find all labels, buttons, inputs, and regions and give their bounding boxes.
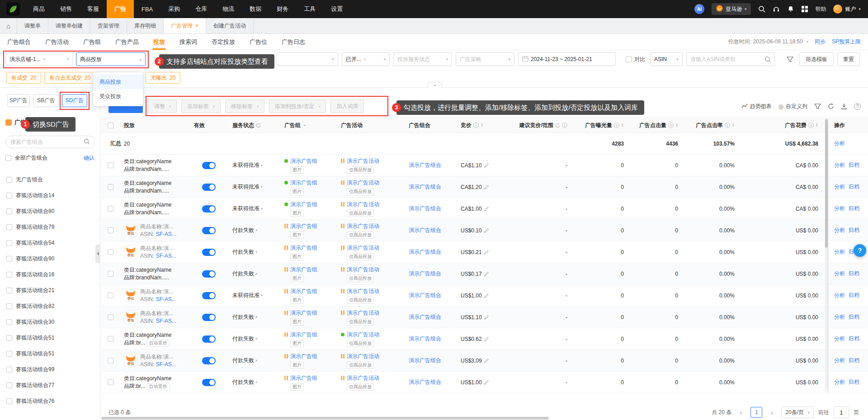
- row-checkbox[interactable]: [108, 249, 113, 255]
- horizontal-scrollbar[interactable]: [101, 417, 549, 420]
- campaign-link[interactable]: 演示广告活动: [347, 157, 379, 165]
- topmenu-item[interactable]: 财务: [269, 0, 296, 18]
- column-header[interactable]: 广告组▾: [280, 118, 336, 132]
- row-checkbox[interactable]: [108, 336, 113, 342]
- apps-grid-icon[interactable]: [802, 6, 808, 12]
- column-header[interactable]: 广告点击率i▲▼: [684, 118, 741, 132]
- reset-button[interactable]: 重置: [837, 52, 860, 66]
- subnav-item[interactable]: 广告产品: [108, 34, 146, 50]
- timezone-select[interactable]: 伦敦时间: 2025-06-09 11:18:50▾: [728, 38, 808, 46]
- refresh-icon[interactable]: [256, 123, 261, 128]
- compare-checkbox[interactable]: 对比: [626, 56, 645, 63]
- scrollbar-thumb[interactable]: [825, 119, 828, 248]
- bulk-action-button[interactable]: 添加到投放/否定▾: [269, 99, 326, 113]
- portfolio-filter-item[interactable]: 赛狐活动组合51: [0, 346, 100, 362]
- campaign-link[interactable]: 演示广告活动: [347, 179, 379, 187]
- clear-icon[interactable]: ×: [363, 57, 366, 62]
- action-link[interactable]: 分析: [834, 227, 845, 234]
- asin-link[interactable]: SF-AS...: [156, 231, 176, 237]
- info-icon[interactable]: i: [473, 123, 479, 128]
- action-link[interactable]: 分析: [834, 205, 845, 212]
- topmenu-item[interactable]: 采购: [160, 0, 188, 18]
- enable-toggle[interactable]: [202, 379, 216, 386]
- row-checkbox[interactable]: [108, 162, 113, 168]
- column-header[interactable]: 广告曝光量i▲▼: [574, 118, 630, 132]
- clear-icon[interactable]: ×: [43, 57, 46, 62]
- column-filter-icon[interactable]: [814, 103, 821, 110]
- search-icon[interactable]: [758, 5, 765, 13]
- action-link[interactable]: 分析: [834, 335, 845, 343]
- quick-filter-tag[interactable]: 无曝光20: [146, 72, 180, 84]
- topmenu-item[interactable]: 物流: [215, 0, 242, 18]
- asin-link[interactable]: SF-AS...: [156, 296, 176, 302]
- portfolio-link[interactable]: 演示广告组合: [409, 313, 441, 321]
- info-icon[interactable]: i: [614, 123, 619, 128]
- serve-status-cell[interactable]: 付款失败▾: [228, 241, 280, 263]
- portfolio-checkbox[interactable]: [6, 319, 12, 325]
- row-checkbox[interactable]: [108, 184, 113, 190]
- subnav-item[interactable]: 广告日志: [274, 34, 312, 50]
- ad-group-link[interactable]: 演示广告组: [290, 353, 317, 360]
- search-icon[interactable]: [764, 56, 771, 64]
- action-link[interactable]: 归档: [849, 313, 859, 321]
- action-link[interactable]: 归档: [849, 378, 859, 386]
- portfolio-filter-item[interactable]: 赛狐活动组合30: [0, 314, 100, 330]
- asin-link[interactable]: SF-AS...: [156, 361, 176, 368]
- action-link[interactable]: 归档: [849, 205, 859, 212]
- enable-toggle[interactable]: [202, 292, 216, 299]
- campaign-link[interactable]: 演示广告活动: [347, 374, 379, 382]
- row-checkbox[interactable]: [108, 271, 113, 277]
- filter-template-button[interactable]: 筛选模板: [799, 52, 834, 66]
- sidebar-collapse-handle[interactable]: [95, 244, 100, 263]
- portfolio-link[interactable]: 演示广告组合: [409, 378, 441, 386]
- column-header[interactable]: 建议竞价/范围i: [508, 118, 574, 132]
- serve-status-cell[interactable]: 付款失败▾: [228, 220, 280, 241]
- portfolio-checkbox[interactable]: [6, 398, 12, 404]
- page-tab[interactable]: 广告管理×: [164, 18, 206, 33]
- action-link[interactable]: 分析: [834, 292, 845, 299]
- help-link[interactable]: 帮助: [815, 5, 826, 13]
- edit-bid-icon[interactable]: [484, 206, 489, 212]
- info-icon[interactable]: i: [725, 123, 730, 128]
- action-link[interactable]: 分析: [834, 183, 845, 191]
- select-all-rows-checkbox[interactable]: [108, 123, 113, 128]
- serve-status-cell[interactable]: 付款失败▾: [228, 372, 280, 393]
- portfolio-link[interactable]: 演示广告组合: [409, 205, 441, 212]
- ad-type-sd-button[interactable]: SD广告: [62, 94, 87, 107]
- vertical-scrollbar[interactable]: [825, 118, 828, 393]
- row-checkbox[interactable]: [108, 379, 113, 385]
- portfolio-link[interactable]: 演示广告组合: [409, 227, 441, 234]
- column-header[interactable]: 广告活动: [336, 118, 404, 132]
- portfolio-link[interactable]: 演示广告组合: [409, 270, 441, 278]
- home-icon[interactable]: ⌂: [0, 18, 17, 33]
- collapse-filters-tab[interactable]: ▴: [428, 82, 442, 88]
- portfolio-checkbox[interactable]: [6, 303, 12, 309]
- date-range-picker[interactable]: 2024-11-23 ~ 2025-01-21: [518, 52, 616, 66]
- target-type-select[interactable]: 商品投放 ▴: [76, 52, 146, 66]
- refresh-icon[interactable]: [555, 123, 560, 128]
- topmenu-item[interactable]: 销售: [52, 0, 80, 18]
- quick-filter-tag[interactable]: 有成交20: [6, 72, 41, 84]
- bulk-action-button[interactable]: 移除标签▾: [225, 99, 264, 113]
- portfolio-filter-item[interactable]: 赛狐活动组合77: [0, 378, 100, 393]
- enable-toggle[interactable]: [202, 162, 216, 169]
- bell-icon[interactable]: [787, 5, 794, 13]
- serve-status-cell[interactable]: 未获得批准▾: [228, 285, 280, 306]
- row-checkbox[interactable]: [108, 206, 113, 212]
- campaign-link[interactable]: 演示广告活动: [347, 288, 379, 295]
- select-all-checkbox[interactable]: [5, 155, 11, 161]
- edit-bid-icon[interactable]: [484, 271, 489, 277]
- column-header[interactable]: 投放: [119, 118, 189, 132]
- ad-group-link[interactable]: 演示广告组: [290, 309, 317, 317]
- edit-bid-icon[interactable]: [484, 228, 489, 233]
- action-link[interactable]: 分析: [834, 248, 845, 256]
- sort-icon[interactable]: ▲▼: [481, 123, 483, 127]
- column-header[interactable]: 服务状态: [228, 118, 280, 132]
- enable-toggle[interactable]: [202, 335, 216, 343]
- campaign-link[interactable]: 演示广告活动: [347, 353, 379, 360]
- close-tab-icon[interactable]: ×: [195, 23, 198, 29]
- sort-icon[interactable]: ▲▼: [621, 123, 624, 127]
- subnav-item[interactable]: 搜索词: [172, 34, 204, 50]
- filter-caret-icon[interactable]: ▾: [304, 123, 306, 127]
- action-link[interactable]: 分析: [834, 357, 845, 364]
